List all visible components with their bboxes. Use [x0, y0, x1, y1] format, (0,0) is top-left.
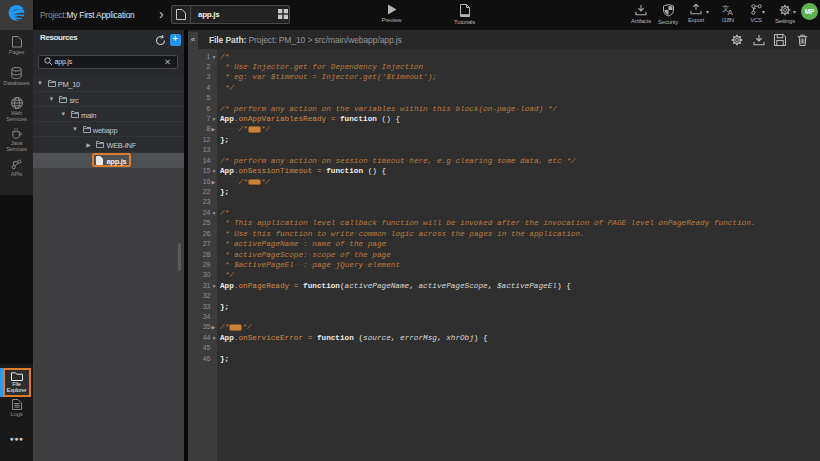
svg-text:A: A: [728, 8, 734, 16]
